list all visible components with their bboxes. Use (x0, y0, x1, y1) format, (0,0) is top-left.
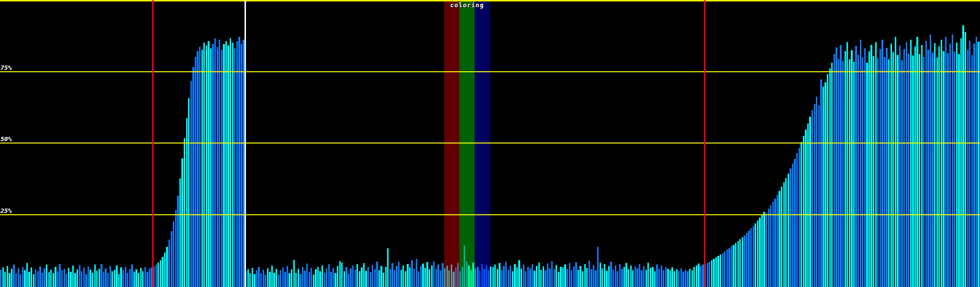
histogram-bar (273, 273, 275, 287)
histogram-bar (289, 273, 290, 287)
coloring-band-red (444, 0, 459, 287)
histogram-bar (431, 265, 433, 287)
histogram-bar (490, 266, 491, 287)
histogram-bar (877, 58, 879, 287)
gridline-25 (0, 214, 980, 215)
histogram-bar (374, 269, 376, 287)
histogram-bar (227, 45, 229, 287)
histogram-bar (149, 269, 150, 287)
histogram-bar (234, 48, 235, 287)
histogram-bar (956, 43, 958, 287)
histogram-bar (518, 260, 520, 287)
histogram-bar (85, 274, 87, 287)
histogram-bar (402, 265, 404, 287)
histogram-bar (978, 42, 979, 287)
histogram-bar (818, 105, 820, 287)
histogram-bar (263, 270, 264, 287)
histogram-bar (617, 271, 618, 287)
histogram-bar (391, 263, 393, 287)
histogram-bar (881, 40, 883, 287)
histogram-bar (654, 271, 656, 287)
histogram-bar (44, 268, 45, 287)
histogram-bar (39, 266, 41, 287)
histogram-bar (162, 257, 163, 287)
histogram-bar (792, 164, 793, 287)
histogram-bar (768, 209, 769, 287)
histogram-bar (936, 57, 938, 287)
histogram-bar (339, 261, 341, 287)
histogram-bar (181, 158, 183, 287)
histogram-bar (424, 268, 426, 287)
histogram-bar (53, 273, 54, 287)
histogram-bar (969, 41, 970, 287)
histogram-bar (145, 267, 146, 287)
histogram-bar (579, 266, 581, 287)
histogram-bar (678, 271, 679, 287)
histogram-bar (525, 271, 526, 287)
histogram-bar (908, 54, 909, 287)
histogram-bar (398, 262, 400, 287)
histogram-bar (680, 268, 682, 287)
histogram-bar (687, 271, 688, 287)
histogram-bar (538, 263, 540, 287)
histogram-bar (118, 274, 120, 287)
coloring-band-blue (475, 0, 490, 287)
histogram-bar (177, 196, 178, 287)
red-marker-line-2[interactable] (704, 0, 705, 287)
histogram-bar (355, 270, 356, 287)
histogram-bar (394, 270, 395, 287)
histogram-bar (595, 270, 596, 287)
histogram-bar (0, 270, 1, 287)
histogram-bar (853, 62, 855, 287)
histogram-bar (223, 44, 224, 287)
histogram-bar (639, 264, 640, 287)
histogram-bar (785, 178, 787, 287)
histogram-bar (140, 268, 142, 287)
histogram-bar (829, 68, 831, 287)
histogram-bar (92, 273, 93, 287)
histogram-bar (230, 38, 231, 287)
histogram-bar (735, 243, 736, 287)
histogram-bar (947, 53, 948, 287)
red-marker-line-1[interactable] (152, 0, 154, 287)
histogram-bar (18, 268, 19, 287)
histogram-bar (532, 264, 533, 287)
histogram-bar (405, 271, 406, 287)
histogram-bar (2, 267, 4, 287)
histogram-bar (271, 265, 273, 287)
histogram-bar (558, 272, 559, 287)
histogram-bar (334, 273, 336, 287)
histogram-bar (777, 195, 778, 287)
histogram-bar (846, 42, 848, 287)
histogram-bar (656, 265, 657, 287)
white-marker-line[interactable] (245, 0, 246, 287)
histogram-bar (824, 82, 826, 287)
histogram-bar (267, 268, 268, 287)
histogram-bar (586, 268, 588, 287)
histogram-bar (499, 263, 500, 287)
coloring-overlay-label: coloring (450, 1, 484, 9)
histogram-bar (954, 52, 955, 287)
histogram-bar (300, 274, 301, 287)
histogram-bar (567, 269, 568, 287)
histogram-bar (440, 270, 441, 287)
histogram-bar (717, 256, 719, 287)
histogram-bar (523, 265, 524, 287)
histogram-bar (549, 268, 550, 287)
histogram-bar (866, 63, 868, 287)
histogram-bar (682, 272, 684, 287)
histogram-bar (15, 273, 17, 287)
histogram-bar (70, 272, 71, 287)
histogram-bar (884, 57, 885, 287)
histogram-panel: 75% 50% 25% coloring (0, 0, 980, 287)
histogram-bar (195, 57, 196, 287)
histogram-bar (610, 262, 612, 287)
histogram-bar (700, 266, 702, 287)
histogram-bar (278, 275, 279, 287)
histogram-bar (186, 118, 188, 287)
histogram-bar (282, 267, 284, 287)
histogram-bar (823, 87, 824, 287)
histogram-bar (31, 267, 32, 287)
histogram-bar (790, 168, 791, 287)
histogram-bar (330, 272, 332, 287)
